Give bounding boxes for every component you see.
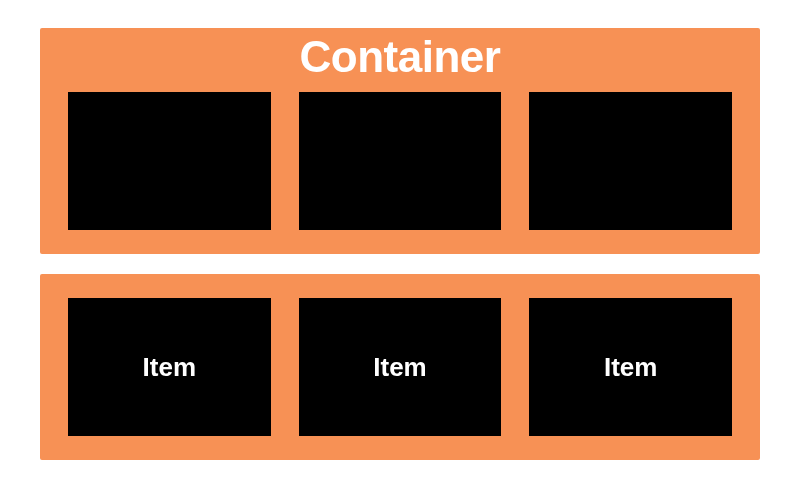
- item-label: Item: [143, 352, 196, 383]
- top-item-1: [68, 92, 271, 230]
- top-items-row: [68, 92, 732, 230]
- item-label: Item: [373, 352, 426, 383]
- bottom-container: Item Item Item: [40, 274, 760, 460]
- item-label: Item: [604, 352, 657, 383]
- container-title: Container: [68, 28, 732, 92]
- top-container: Container: [40, 28, 760, 254]
- bottom-item-1: Item: [68, 298, 271, 436]
- bottom-items-row: Item Item Item: [68, 298, 732, 436]
- bottom-item-2: Item: [299, 298, 502, 436]
- bottom-item-3: Item: [529, 298, 732, 436]
- top-item-2: [299, 92, 502, 230]
- top-item-3: [529, 92, 732, 230]
